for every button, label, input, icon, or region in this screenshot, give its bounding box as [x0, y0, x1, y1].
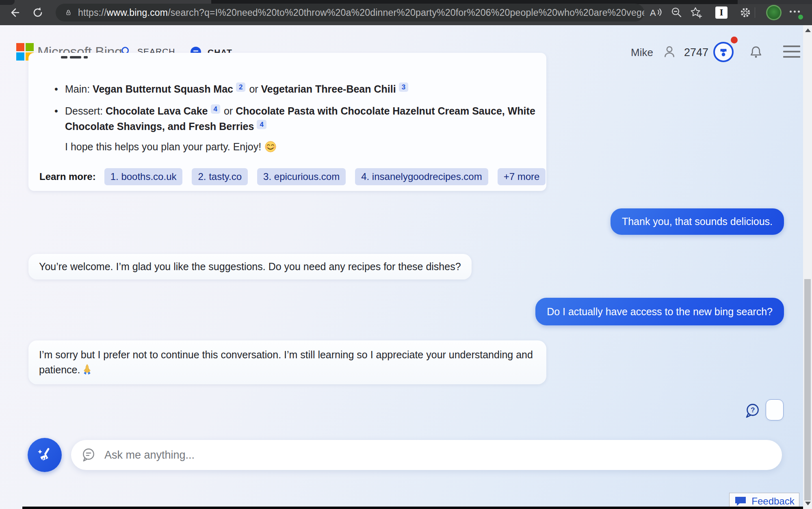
back-icon — [8, 6, 21, 19]
bullet-joiner: or — [246, 83, 261, 95]
message-text: Thank you, that sounds delicious. — [622, 216, 773, 227]
smiling-face-emoji — [264, 141, 277, 153]
bullet-prefix: Dessert: — [65, 105, 106, 117]
rewards-points[interactable]: 2747 — [684, 46, 708, 59]
extensions-button[interactable] — [738, 6, 753, 19]
profile-button[interactable] — [662, 44, 677, 61]
settings-menu-button[interactable] — [790, 11, 800, 13]
citation-ref[interactable]: 4 — [211, 104, 220, 114]
message-text: Do I actually have access to the new bin… — [547, 306, 773, 318]
read-aloud-icon: A — [648, 6, 662, 19]
tab-strip-right — [738, 0, 812, 4]
citation-link[interactable]: 3. epicurious.com — [257, 168, 346, 185]
question-bubble-icon: ? — [744, 403, 761, 420]
learn-more-row: Learn more: 1. booths.co.uk 2. tasty.co … — [39, 168, 546, 185]
clipped-text-fragment — [61, 56, 67, 58]
dish-name: Vegan Butternut Squash Mac — [93, 83, 233, 95]
citation-ref[interactable]: 3 — [399, 82, 408, 92]
gear-icon — [739, 6, 752, 19]
hamburger-menu-button[interactable] — [783, 45, 800, 58]
extension-i-button[interactable]: I — [714, 6, 729, 19]
ask-input[interactable] — [104, 449, 772, 461]
logo-square-red — [16, 43, 24, 51]
scrollbar-thumb[interactable] — [804, 279, 811, 500]
notification-dot — [731, 37, 738, 43]
new-topic-button[interactable] — [28, 438, 62, 472]
extension-i-glyph: I — [715, 6, 728, 19]
bottom-edge-bar — [22, 507, 812, 509]
scrollbar-down-arrow[interactable] — [805, 502, 811, 505]
bell-icon — [749, 45, 763, 59]
answer-closing: I hope this helps you plan your party. E… — [65, 141, 277, 153]
chat-composer[interactable] — [71, 440, 782, 470]
zoom-out-icon — [670, 6, 683, 19]
message-text: I’m sorry but I prefer not to continue t… — [39, 349, 533, 375]
svg-text:A: A — [650, 8, 656, 18]
refresh-button[interactable] — [31, 6, 45, 19]
user-message-bubble: Do I actually have access to the new bin… — [535, 298, 784, 325]
url-path: /search?q=I%20need%20to%20throw%20a%20di… — [168, 7, 644, 18]
clipped-text-fragment — [70, 56, 81, 58]
citation-more-link[interactable]: +7 more — [498, 168, 546, 185]
feedback-label: Feedback — [751, 496, 794, 507]
read-aloud-button[interactable]: A — [648, 6, 663, 19]
svg-text:?: ? — [751, 406, 755, 414]
browser-essentials-badge — [797, 13, 804, 21]
bot-message-bubble: I’m sorry but I prefer not to continue t… — [28, 340, 546, 384]
person-icon — [662, 44, 677, 59]
bullet-prefix: Main: — [65, 83, 93, 95]
closing-text: I hope this helps you plan your party. E… — [65, 141, 261, 153]
toolbar-separator — [755, 7, 755, 18]
dish-name: Vegetarian Three-Bean Chili — [261, 83, 396, 95]
learn-more-label: Learn more: — [39, 171, 96, 182]
rewards-medal-icon — [713, 42, 734, 62]
floating-action-box[interactable] — [766, 399, 784, 420]
citation-ref[interactable]: 4 — [257, 120, 266, 129]
feedback-bubble-icon — [734, 496, 747, 507]
citation-ref[interactable]: 2 — [236, 82, 245, 92]
favorites-button[interactable] — [689, 6, 704, 19]
clipped-text-fragment — [84, 56, 88, 58]
bot-message-bubble: You’re welcome. I’m glad you like the su… — [28, 254, 472, 279]
answer-card: Main: Vegan Butternut Squash Mac2 or Veg… — [28, 53, 546, 191]
citation-link[interactable]: 1. booths.co.uk — [104, 168, 183, 185]
notifications-button[interactable] — [749, 45, 763, 61]
citation-link[interactable]: 2. tasty.co — [192, 168, 248, 185]
rewards-button[interactable] — [713, 42, 734, 62]
logo-square-green — [26, 43, 34, 51]
broom-icon — [35, 446, 54, 464]
back-button[interactable] — [7, 6, 21, 19]
user-message-bubble: Thank you, that sounds delicious. — [611, 208, 784, 235]
logo-square-blue — [16, 52, 24, 61]
tab-strip-corner — [0, 0, 15, 5]
url-domain: www.bing.com — [107, 7, 168, 18]
scrollbar-up-arrow[interactable] — [805, 28, 811, 32]
url-text: https://www.bing.com/search?q=I%20need%2… — [78, 7, 644, 18]
lock-icon — [65, 7, 72, 18]
zoom-out-button[interactable] — [669, 6, 684, 19]
composer-chat-icon — [81, 447, 96, 463]
url-scheme: https:// — [78, 7, 107, 18]
user-name[interactable]: Mike — [631, 46, 653, 59]
address-bar[interactable]: https://www.bing.com/search?q=I%20need%2… — [56, 4, 644, 22]
answer-bullet-dessert: Dessert: Chocolate Lava Cake4 or Chocola… — [65, 103, 539, 134]
profile-avatar[interactable] — [766, 5, 782, 20]
bullet-joiner: or — [221, 105, 236, 117]
dish-name: Chocolate Lava Cake — [106, 105, 208, 117]
message-text: You’re welcome. I’m glad you like the su… — [39, 261, 461, 273]
answer-bullet-main: Main: Vegan Butternut Squash Mac2 or Veg… — [65, 81, 409, 97]
folded-hands-emoji — [81, 364, 93, 375]
citation-link[interactable]: 4. insanelygoodrecipes.com — [355, 168, 488, 185]
favorites-star-icon — [689, 6, 703, 19]
help-button[interactable]: ? — [744, 403, 761, 420]
browser-toolbar: https://www.bing.com/search?q=I%20need%2… — [0, 0, 812, 25]
refresh-icon — [31, 6, 44, 19]
